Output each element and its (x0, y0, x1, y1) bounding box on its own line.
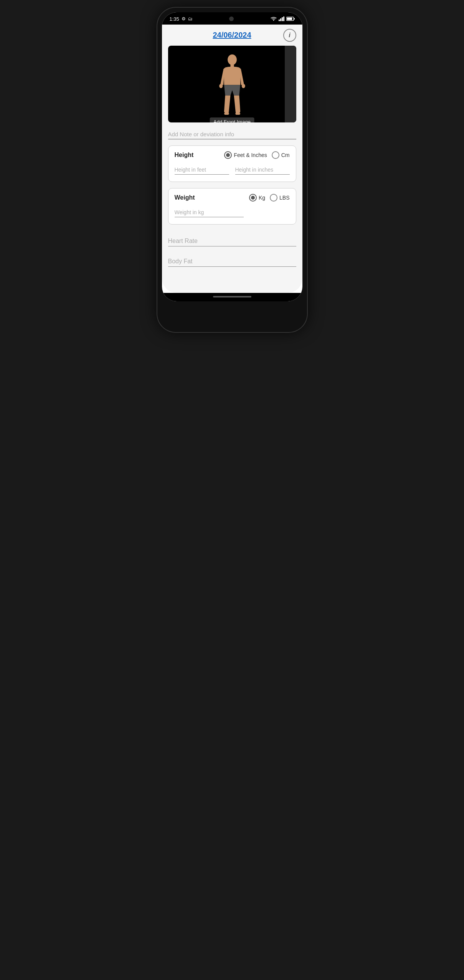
home-bar (213, 296, 251, 297)
svg-point-6 (219, 84, 223, 88)
status-time: 1:35 ⚙ 🗂 (170, 16, 193, 22)
height-cm-radio[interactable] (272, 151, 279, 159)
svg-rect-2 (294, 18, 294, 20)
height-unit-feet-inches[interactable]: Feet & Inches (224, 151, 267, 159)
info-icon: i (289, 32, 290, 39)
svg-point-7 (241, 84, 245, 88)
weight-kg-label: Kg (259, 195, 265, 201)
info-button[interactable]: i (283, 29, 296, 42)
signal-icon (279, 17, 284, 21)
height-unit-radio-group: Feet & Inches Cm (224, 151, 289, 159)
height-feet-input[interactable] (175, 164, 229, 175)
body-fat-section (168, 251, 296, 271)
height-inches-input[interactable] (235, 164, 290, 175)
heart-rate-input[interactable] (168, 234, 296, 246)
body-fat-input[interactable] (168, 254, 296, 267)
height-feet-field-group (175, 164, 229, 175)
app-content: 24/06/2024 i (162, 25, 302, 293)
height-card: Height Feet & Inches Cm (168, 145, 296, 182)
weight-lbs-radio[interactable] (270, 194, 277, 202)
side-image-bar[interactable] (285, 46, 296, 122)
height-feet-inches-label: Feet & Inches (234, 152, 267, 158)
weight-card-header: Weight Kg LBS (175, 194, 290, 202)
sim-icon: 🗂 (188, 16, 193, 21)
weight-card: Weight Kg LBS (168, 188, 296, 225)
weight-lbs-label: LBS (279, 195, 289, 201)
height-unit-cm[interactable]: Cm (272, 151, 290, 159)
weight-title: Weight (175, 194, 195, 201)
weight-fields (175, 207, 290, 217)
body-figure: Add Front Image (215, 53, 249, 115)
status-bar: 1:35 ⚙ 🗂 (162, 12, 302, 25)
time-display: 1:35 (170, 16, 179, 22)
height-card-header: Height Feet & Inches Cm (175, 151, 290, 159)
home-indicator (162, 293, 302, 301)
svg-rect-5 (230, 64, 234, 67)
body-image-section[interactable]: Add Front Image (168, 46, 296, 122)
svg-point-0 (273, 20, 274, 21)
header-date[interactable]: 24/06/2024 (213, 31, 251, 40)
wifi-icon (271, 17, 277, 21)
heart-rate-section (168, 231, 296, 251)
status-icons (271, 17, 295, 21)
weight-unit-lbs[interactable]: LBS (270, 194, 289, 202)
height-inches-field-group (235, 164, 290, 175)
weight-kg-radio[interactable] (249, 194, 257, 202)
settings-icon: ⚙ (182, 16, 186, 21)
svg-point-4 (228, 55, 237, 65)
camera-notch (229, 17, 234, 21)
body-figure-svg (215, 53, 249, 115)
height-title: Height (175, 152, 194, 159)
svg-rect-3 (287, 18, 292, 20)
height-feet-inches-radio[interactable] (224, 151, 232, 159)
battery-icon (286, 17, 295, 21)
header: 24/06/2024 i (168, 31, 296, 40)
weight-unit-radio-group: Kg LBS (249, 194, 290, 202)
bottom-spacer (168, 271, 296, 287)
weight-kg-input[interactable] (175, 207, 244, 217)
height-cm-label: Cm (281, 152, 290, 158)
weight-unit-kg[interactable]: Kg (249, 194, 265, 202)
height-fields (175, 164, 290, 175)
note-input[interactable] (168, 129, 296, 139)
add-front-label: Add Front Image (210, 117, 254, 122)
